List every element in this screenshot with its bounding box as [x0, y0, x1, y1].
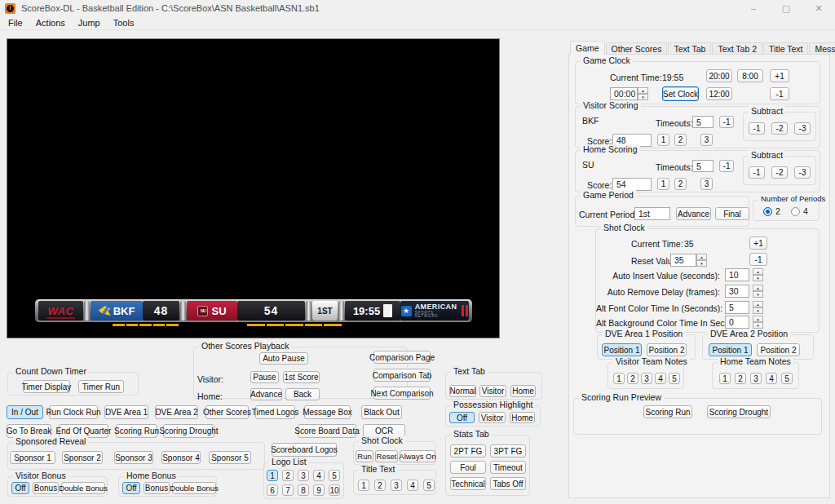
visitor-note-1-button[interactable]: 1 [613, 373, 625, 384]
title-text-4-button[interactable]: 4 [407, 480, 418, 491]
playback-pause-button[interactable]: Pause [250, 371, 279, 383]
close-button[interactable]: ✕ [802, 0, 835, 16]
spinner-down-icon[interactable]: ▼ [753, 275, 763, 281]
spinner-up-icon[interactable]: ▲ [638, 87, 648, 94]
set-clock-button[interactable]: Set Clock [662, 86, 699, 101]
scoring-drought-button[interactable]: Scoring Drought [163, 424, 214, 438]
reset-value-spinner[interactable]: ▲ ▼ [696, 254, 707, 267]
clock-preset-8-button[interactable]: 8:00 [737, 69, 763, 82]
alt-font-color-input[interactable]: 5 [725, 301, 749, 314]
visitor-bonus-off-button[interactable]: Off [11, 482, 29, 494]
auto-pause-button[interactable]: Auto Pause [259, 352, 308, 365]
playback-1st-score-button[interactable]: 1st Score [283, 371, 320, 383]
clock-minus-1-button[interactable]: -1 [770, 87, 789, 100]
home-subtract-3-button[interactable]: -3 [794, 166, 811, 179]
run-clock-run-button[interactable]: Run Clock Run [49, 405, 98, 419]
visitor-add-2-button[interactable]: 2 [674, 134, 687, 146]
shot-plus-1-button[interactable]: +1 [749, 237, 767, 250]
spinner-down-icon[interactable]: ▼ [753, 322, 763, 329]
visitor-add-3-button[interactable]: 3 [700, 134, 713, 146]
home-double-bonus-button[interactable]: Double Bonus [172, 482, 216, 494]
title-text-1-button[interactable]: 1 [358, 480, 369, 491]
stats-foul-button[interactable]: Foul [450, 461, 486, 474]
home-score-input[interactable]: 54 [612, 178, 652, 191]
preview-scoring-run-button[interactable]: Scoring Run [643, 405, 692, 418]
logo-5-button[interactable]: 5 [329, 470, 340, 481]
stats-timeout-button[interactable]: Timeout [490, 461, 526, 474]
visitor-timeouts-input[interactable]: 5 [692, 116, 714, 128]
in-out-button[interactable]: In / Out [7, 405, 43, 419]
stats-technical-button[interactable]: Technical [450, 477, 486, 490]
periods-2-radio[interactable] [763, 207, 772, 216]
stats-3pt-fg-button[interactable]: 3PT FG [490, 444, 526, 458]
periods-4-radio[interactable] [791, 207, 800, 216]
possession-visitor-button[interactable]: Visitor [479, 412, 506, 423]
home-note-4-button[interactable]: 4 [766, 373, 777, 384]
logo-8-button[interactable]: 8 [298, 484, 309, 496]
visitor-subtract-1-button[interactable]: -1 [749, 122, 765, 135]
scoreboard-logos-button[interactable]: Scoreboard Logos [272, 443, 337, 457]
visitor-timeout-minus-button[interactable]: -1 [719, 116, 734, 128]
logo-1-button[interactable]: 1 [267, 470, 278, 481]
period-advance-button[interactable]: Advance [676, 207, 711, 220]
logo-7-button[interactable]: 7 [282, 484, 294, 496]
shot-clock-always-on-button[interactable]: Always On [400, 450, 435, 462]
text-tab-home-button[interactable]: Home [510, 385, 536, 397]
sponsor-3-button[interactable]: Sponsor 3 [114, 451, 153, 464]
maximize-button[interactable]: ▢ [770, 0, 802, 16]
auto-remove-spinner[interactable]: ▲ ▼ [753, 285, 763, 298]
visitor-double-bonus-button[interactable]: Double Bonus [61, 482, 105, 494]
alt-background-color-spinner[interactable]: ▲ ▼ [753, 316, 763, 329]
next-comparison-button[interactable]: Next Comparison [373, 387, 431, 400]
home-subtract-1-button[interactable]: -1 [749, 166, 765, 179]
sponsor-4-button[interactable]: Sponsor 4 [161, 451, 201, 464]
scoring-run-button[interactable]: Scoring Run [116, 424, 157, 438]
playback-advance-button[interactable]: Advance [250, 388, 282, 400]
visitor-note-5-button[interactable]: 5 [669, 373, 680, 384]
playback-back-button[interactable]: Back [285, 388, 320, 400]
possession-off-button[interactable]: Off [449, 412, 475, 423]
set-clock-input[interactable]: 00:00 [610, 87, 638, 100]
message-box-button[interactable]: Message Box [304, 405, 351, 419]
current-period-input[interactable]: 1st [634, 207, 670, 220]
visitor-note-2-button[interactable]: 2 [627, 373, 638, 384]
menu-jump[interactable]: Jump [72, 18, 107, 28]
home-note-5-button[interactable]: 5 [781, 373, 793, 384]
dve-area-2-button[interactable]: DVE Area 2 [155, 405, 198, 419]
spinner-up-icon[interactable]: ▲ [753, 285, 763, 291]
sponsor-2-button[interactable]: Sponsor 2 [62, 451, 103, 464]
home-note-3-button[interactable]: 3 [750, 373, 762, 384]
stats-2pt-fg-button[interactable]: 2PT FG [450, 444, 486, 458]
logo-10-button[interactable]: 10 [329, 484, 340, 496]
logo-6-button[interactable]: 6 [267, 484, 278, 496]
dve2-position-1-button[interactable]: Position 1 [709, 343, 752, 356]
auto-remove-input[interactable]: 30 [725, 285, 749, 298]
tab-text-tab[interactable]: Text Tab [668, 42, 711, 55]
tab-game[interactable]: Game [570, 41, 605, 55]
score-board-data-button[interactable]: Score Board Data [298, 424, 356, 438]
tab-message-box[interactable]: Message Box [809, 42, 835, 55]
timer-run-button[interactable]: Timer Run [78, 380, 124, 393]
home-timeouts-input[interactable]: 5 [692, 160, 714, 172]
stats-tabs-off-button[interactable]: Tabs Off [490, 477, 526, 490]
sponsor-1-button[interactable]: Sponsor 1 [10, 451, 55, 464]
spinner-up-icon[interactable]: ▲ [753, 316, 763, 322]
possession-home-button[interactable]: Home [510, 412, 535, 423]
visitor-note-4-button[interactable]: 4 [655, 373, 666, 384]
spinner-down-icon[interactable]: ▼ [753, 291, 763, 298]
home-note-2-button[interactable]: 2 [735, 373, 746, 384]
clock-preset-12-button[interactable]: 12:00 [706, 87, 732, 100]
logo-9-button[interactable]: 9 [313, 484, 325, 496]
shot-clock-run-button[interactable]: Run [356, 450, 373, 462]
clock-plus-1-button[interactable]: +1 [770, 69, 789, 82]
home-add-2-button[interactable]: 2 [674, 178, 687, 190]
shot-clock-reset-button[interactable]: Reset [375, 450, 398, 462]
text-tab-normal-button[interactable]: Normal [449, 385, 476, 397]
visitor-add-1-button[interactable]: 1 [657, 134, 669, 146]
home-subtract-2-button[interactable]: -2 [771, 166, 788, 179]
timer-display-button[interactable]: Timer Display [23, 380, 70, 393]
home-bonus-off-button[interactable]: Off [122, 482, 140, 494]
period-final-button[interactable]: Final [715, 207, 749, 220]
alt-background-color-input[interactable]: 0 [725, 316, 749, 329]
auto-insert-input[interactable]: 10 [725, 268, 749, 281]
